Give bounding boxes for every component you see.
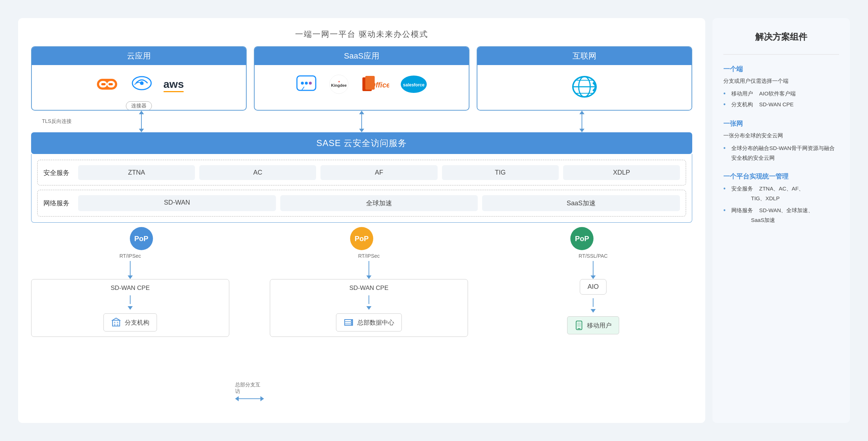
left-arrow-down [128, 261, 133, 279]
mid-protocol-arrow: RT/IPSec [358, 253, 380, 279]
internet-box: 互联网 [477, 46, 692, 111]
spacer [474, 253, 488, 412]
network-label: 网络服务 [43, 199, 72, 207]
svg-rect-4 [109, 83, 113, 85]
saas-acc-item: SaaS加速 [482, 195, 680, 211]
office-icon: Office [360, 73, 389, 97]
svg-rect-28 [117, 324, 118, 326]
aws-icon: aws [163, 78, 184, 92]
security-label: 安全服务 [43, 168, 72, 177]
pop-label-left: PoP [134, 235, 148, 243]
saas-app-content: ✦ Kingdee Office [255, 65, 469, 105]
saas-app-header: SaaS应用 [255, 47, 469, 65]
cloud-app-content: aws 连接器 [32, 65, 246, 105]
cloud-app-box: 云应用 [31, 46, 247, 111]
arrow-up-mid [359, 111, 364, 114]
branch-label: 分支机构 [125, 318, 149, 327]
svg-rect-38 [577, 322, 581, 327]
left-arrow-col: TLS反向连接 [31, 111, 251, 132]
bullet-dot-3: • [723, 184, 726, 194]
svg-rect-26 [117, 322, 118, 323]
svg-text:Kingdee: Kingdee [331, 83, 346, 87]
branch-box: 分支机构 [103, 313, 157, 331]
left-tip [235, 396, 239, 401]
svg-text:salesforce: salesforce [403, 82, 425, 87]
pop-col-mid: PoP [251, 224, 472, 253]
right-arrow-col [472, 111, 692, 132]
mid-arrow-vertical [359, 111, 364, 132]
network-items: SD-WAN 全球加速 SaaS加速 [78, 195, 680, 211]
section1-desc: 分支或用户仅需选择一个端 [723, 76, 839, 86]
saas-icons: ✦ Kingdee Office [295, 73, 428, 97]
top-boxes-row: 云应用 [31, 46, 692, 111]
horiz-label-arrow: 总部分支互访 [235, 382, 264, 401]
svg-text:Office: Office [370, 81, 389, 89]
arrows-row: TLS反向连接 [31, 111, 692, 132]
section3-items: • 安全服务 ZTNA、AC、AF、 TIG、XDLP • 网络服务 SD-WA… [723, 184, 839, 225]
pop-circle-mid: PoP [350, 227, 373, 250]
mobile-label: 移动用户 [587, 321, 612, 330]
right-arrow-vertical [579, 111, 584, 132]
horiz-label: 总部分支互访 [235, 382, 264, 395]
section1-item1: • 分支机构 SD-WAN CPE [723, 99, 839, 110]
section1-item0: • 移动用户 AIO软件客户端 [723, 89, 839, 99]
section3-item1-text: 网络服务 SD-WAN、全球加速、 SaaS加速 [730, 205, 813, 225]
xdlp-item: XDLP [563, 165, 680, 180]
section3-item0-text: 安全服务 ZTNA、AC、AF、 TIG、XDLP [730, 184, 804, 203]
bottom-col-left: RT/IPSec SD-WAN CPE [31, 253, 229, 412]
section1-item0-label: 移动用户 AIO软件客户端 [730, 89, 796, 99]
global-acc-item: 全球加速 [280, 195, 478, 211]
bullet-dot-2: • [723, 143, 726, 163]
right-down-arrow [591, 298, 596, 313]
left-arrow-vertical [139, 111, 144, 132]
pop-circle-left: PoP [130, 227, 153, 250]
horiz-arrow-container: 总部分支互访 [235, 253, 264, 412]
section2-desc: 一张分布全球的安全云网 [723, 131, 839, 140]
section1-title: 一个端 [723, 65, 839, 73]
huawei-cloud-icon [129, 73, 155, 97]
ac-item: AC [199, 165, 316, 180]
outer-container: 一端一网一平台 驱动未来办公模式 云应用 [11, 11, 857, 430]
arrow-line-mid [361, 114, 362, 129]
right-arrow-down [591, 261, 596, 279]
pop-col-right: PoP [472, 224, 692, 253]
ie-icon [568, 72, 601, 103]
mid-device-label: SD-WAN CPE [349, 284, 388, 292]
section2: 一张网 一张分布全球的安全云网 • 全球分布的融合SD-WAN骨干网资源与融合安… [723, 119, 839, 163]
pop-col-left: PoP [31, 224, 251, 253]
aliyun-icon [94, 73, 120, 97]
internet-content [477, 65, 692, 110]
svg-point-35 [351, 324, 352, 326]
section3: 一个平台实现统一管理 • 安全服务 ZTNA、AC、AF、 TIG、XDLP •… [723, 172, 839, 226]
diagram-title: 一端一网一平台 驱动未来办公模式 [31, 29, 692, 40]
arrow-down-mid [359, 129, 364, 132]
pop-circle-right: PoP [570, 227, 593, 250]
bullet-dot-4: • [723, 205, 726, 216]
datacenter-icon [344, 317, 354, 327]
section2-title: 一张网 [723, 119, 839, 128]
arrow-down-right [579, 129, 584, 132]
sdwan-item: SD-WAN [78, 195, 276, 211]
svg-rect-27 [114, 324, 115, 326]
bidirectional-arrow [235, 396, 264, 401]
right-panel: 解决方案组件 一个端 分支或用户仅需选择一个端 • 移动用户 AIO软件客户端 … [712, 18, 850, 423]
bottom-section: RT/IPSec SD-WAN CPE [31, 253, 692, 412]
ztna-item: ZTNA [78, 165, 195, 180]
tig-item: TIG [442, 165, 559, 180]
svg-point-9 [305, 82, 308, 85]
left-protocol-arrow: RT/IPSec [119, 253, 141, 279]
svg-point-10 [309, 82, 312, 85]
mid-arrow-col [251, 111, 472, 132]
bottom-col-right: RT/SSL/PAC AIO [494, 253, 692, 412]
tls-label: TLS反向连接 [42, 118, 72, 125]
svg-marker-29 [112, 318, 120, 320]
security-service-row: 安全服务 ZTNA AC AF TIG XDLP [37, 160, 686, 185]
arrow-down [139, 129, 144, 132]
right-protocol-label: RT/SSL/PAC [579, 253, 608, 259]
mobile-box: 移动用户 [567, 316, 619, 334]
section3-item0: • 安全服务 ZTNA、AC、AF、 TIG、XDLP [723, 184, 839, 203]
section3-title: 一个平台实现统一管理 [723, 172, 839, 181]
section3-item1: • 网络服务 SD-WAN、全球加速、 SaaS加速 [723, 205, 839, 225]
arrow-line-right [582, 114, 582, 129]
section2-item0: • 全球分布的融合SD-WAN骨干网资源与融合安全栈的安全云网 [723, 143, 839, 163]
